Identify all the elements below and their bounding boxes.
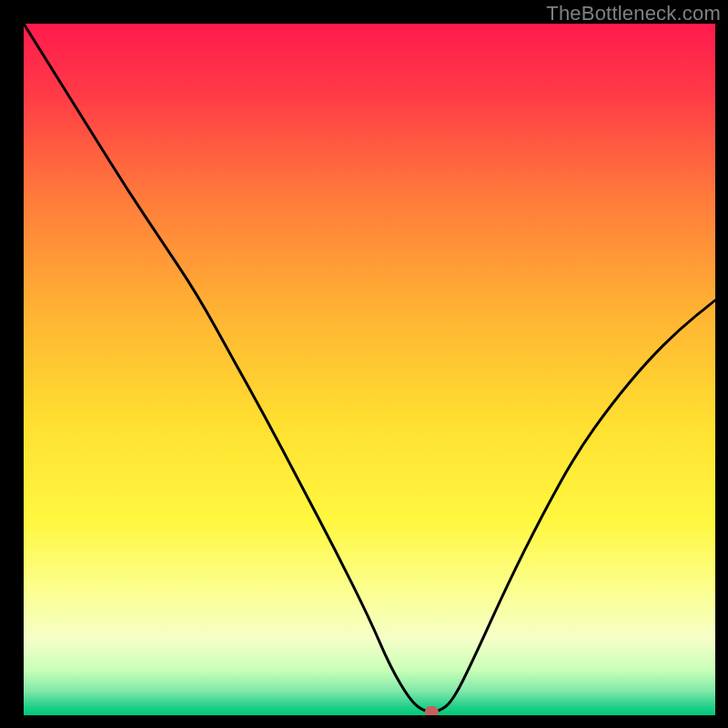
chart-container: TheBottleneck.com <box>0 0 728 728</box>
optimal-point-marker <box>425 706 439 715</box>
plot-frame <box>24 24 715 715</box>
chart-svg <box>24 24 715 715</box>
gradient-background <box>24 24 715 715</box>
watermark-label: TheBottleneck.com <box>546 2 721 25</box>
